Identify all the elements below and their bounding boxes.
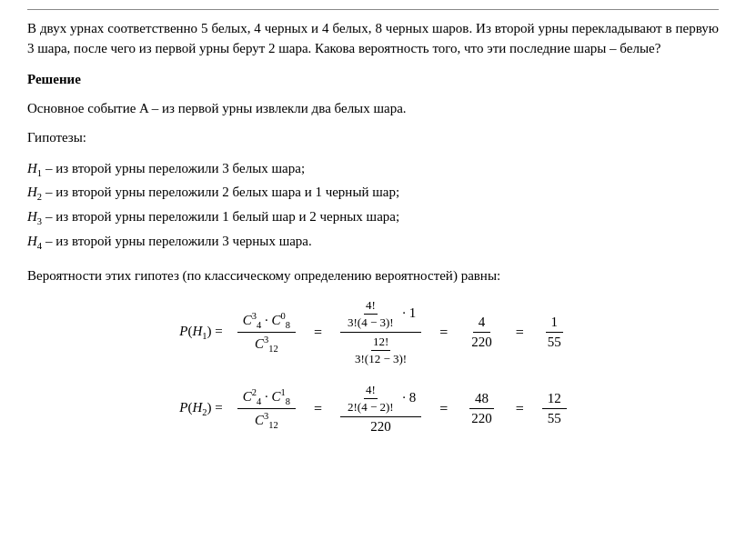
equals-6: = <box>516 401 524 417</box>
prob-intro: Вероятности этих гипотез (по классическо… <box>27 265 719 286</box>
equals-5: = <box>439 401 448 417</box>
problem-text: В двух урнах соответственно 5 белых, 4 ч… <box>27 19 719 59</box>
equals-2: = <box>439 325 448 341</box>
formula-h1: P(H1) = C34 · C08 C312 = 4! 3!(4 − 3)! ·… <box>27 298 719 366</box>
divider <box>27 9 719 10</box>
formula-h2-expanded: 4! 2!(4 − 2)! · 8 220 <box>340 383 421 435</box>
hypotheses-header: Гипотезы: <box>27 127 719 148</box>
solution-header: Решение <box>27 72 719 87</box>
hypothesis-1: H1 – из второй урны переложили 3 белых ш… <box>27 157 719 182</box>
formula-h1-final: 1 55 <box>542 315 567 350</box>
event-text: Основное событие A – из первой урны извл… <box>27 98 719 119</box>
hypotheses-block: H1 – из второй урны переложили 3 белых ш… <box>27 157 719 255</box>
formula-h1-combined: C34 · C08 C312 <box>237 311 296 354</box>
formula-h2: P(H2) = C24 · C18 C312 = 4! 2!(4 − 2)! ·… <box>27 383 719 435</box>
formula-h2-combined: C24 · C18 C312 <box>237 387 296 430</box>
formula-h2-lhs: P(H2) = <box>179 400 222 417</box>
formula-h2-final: 12 55 <box>542 391 567 426</box>
formula-h1-lhs: P(H1) = <box>179 324 222 341</box>
hypothesis-2: H2 – из второй урны переложили 2 белых ш… <box>27 181 719 205</box>
formula-h2-result: 48 220 <box>466 391 498 426</box>
equals-4: = <box>314 401 322 417</box>
hypothesis-3: H3 – из второй урны переложили 1 белый ш… <box>27 205 719 230</box>
formula-h1-expanded: 4! 3!(4 − 3)! · 1 12! 3!(12 − 3)! <box>340 298 421 366</box>
equals-1: = <box>314 325 322 341</box>
equals-3: = <box>516 325 524 341</box>
hypothesis-4: H4 – из второй урны переложили 3 черных … <box>27 230 719 255</box>
formula-h1-result: 4 220 <box>466 315 498 350</box>
